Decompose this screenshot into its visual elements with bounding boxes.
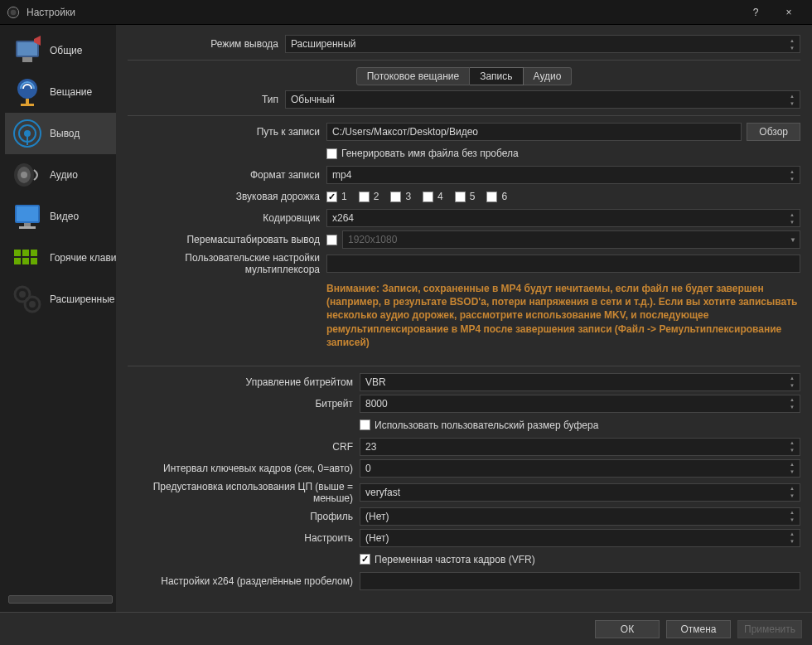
track-6-checkbox[interactable]: 6	[486, 191, 507, 202]
svg-rect-19	[14, 250, 21, 256]
svg-point-26	[19, 291, 26, 298]
general-icon	[10, 33, 45, 68]
crf-label: CRF	[128, 441, 360, 453]
sidebar-item-label: Вывод	[50, 128, 80, 139]
ok-button[interactable]: ОК	[595, 620, 660, 638]
sidebar-scrollbar[interactable]	[8, 595, 113, 604]
svg-point-14	[21, 172, 27, 178]
sidebar-item-general[interactable]: Общие	[5, 30, 116, 71]
rec-path-input[interactable]	[326, 123, 742, 141]
tab-recording[interactable]: Запись	[470, 67, 523, 85]
bitrate-input[interactable]: 8000 ▲▼	[360, 395, 800, 413]
tab-audio[interactable]: Аудио	[524, 67, 573, 85]
svg-rect-20	[22, 250, 29, 256]
apply-button[interactable]: Применить	[737, 620, 802, 638]
output-tabs: Потоковое вещание Запись Аудио	[128, 67, 800, 85]
profile-select[interactable]: (Нет) ▲▼	[360, 507, 800, 526]
dialog-footer: ОК Отмена Применить	[0, 612, 812, 645]
rec-type-label: Тип	[128, 94, 285, 105]
rate-control-label: Управление битрейтом	[128, 376, 360, 388]
video-icon	[10, 199, 45, 234]
preset-select[interactable]: veryfast ▲▼	[360, 483, 800, 502]
rescale-checkbox[interactable]	[326, 235, 337, 245]
sidebar-item-label: Расширенные	[50, 293, 115, 305]
sidebar-item-label: Видео	[50, 211, 79, 222]
svg-rect-24	[31, 258, 37, 264]
help-button[interactable]: ?	[739, 0, 772, 25]
track-2-checkbox[interactable]: 2	[359, 191, 379, 202]
muxer-label: Пользовательские настройки мультиплексор…	[128, 252, 326, 275]
stream-icon	[10, 75, 45, 109]
keyint-label: Интервал ключевых кадров (сек, 0=авто)	[128, 463, 360, 474]
svg-rect-17	[24, 223, 31, 226]
tune-label: Настроить	[128, 532, 360, 544]
svg-rect-21	[31, 250, 37, 256]
crf-input[interactable]: 23 ▲▼	[360, 438, 800, 456]
titlebar: Настройки ? ×	[0, 0, 812, 25]
browse-button[interactable]: Обзор	[747, 123, 800, 141]
sidebar-item-audio[interactable]: Аудио	[5, 154, 116, 196]
track-5-checkbox[interactable]: 5	[455, 191, 476, 202]
tune-select[interactable]: (Нет) ▲▼	[360, 529, 800, 547]
rec-format-label: Формат записи	[128, 169, 326, 181]
svg-rect-18	[19, 226, 36, 229]
sidebar-item-hotkeys[interactable]: Горячие клавиши	[5, 237, 116, 279]
output-mode-select[interactable]: Расширенный ▲▼	[285, 35, 800, 53]
x264opts-label: Настройки x264 (разделённые пробелом)	[128, 575, 360, 587]
profile-label: Профиль	[128, 511, 360, 522]
encoder-label: Кодировщик	[128, 212, 326, 224]
svg-point-1	[11, 9, 17, 15]
sidebar-item-output[interactable]: Вывод	[5, 113, 116, 154]
custom-buffer-checkbox[interactable]: Использовать пользовательский размер буф…	[360, 419, 598, 431]
svg-rect-16	[17, 206, 38, 221]
rec-path-label: Путь к записи	[128, 126, 326, 138]
svg-rect-22	[14, 258, 21, 264]
rate-control-select[interactable]: VBR ▲▼	[360, 373, 800, 391]
rescale-select[interactable]: 1920x1080 ▼	[342, 230, 800, 249]
muxer-input[interactable]	[326, 255, 800, 273]
audio-icon	[10, 158, 45, 192]
mp4-warning: Внимание: Записи, сохраненные в MP4 буду…	[128, 279, 800, 359]
track-3-checkbox[interactable]: 3	[390, 191, 411, 202]
main-content: Режим вывода Расширенный ▲▼ Потоковое ве…	[116, 25, 812, 612]
hotkeys-icon	[10, 240, 45, 275]
advanced-icon	[10, 282, 45, 317]
sidebar-item-label: Аудио	[50, 169, 78, 181]
app-icon	[7, 6, 20, 19]
x264opts-input[interactable]	[360, 572, 800, 590]
sidebar-item-label: Общие	[50, 45, 82, 56]
bitrate-label: Битрейт	[128, 398, 360, 410]
svg-rect-4	[22, 57, 32, 62]
encoder-select[interactable]: x264 ▲▼	[326, 209, 800, 227]
sidebar-item-label: Горячие клавиши	[50, 252, 116, 264]
keyint-input[interactable]: 0 ▲▼	[360, 459, 800, 478]
generate-filename-checkbox[interactable]: Генерировать имя файла без пробела	[326, 148, 519, 159]
output-mode-label: Режим вывода	[128, 38, 285, 50]
sidebar-item-label: Вещание	[50, 86, 92, 98]
cancel-button[interactable]: Отмена	[666, 620, 731, 638]
svg-rect-23	[22, 258, 29, 264]
sidebar-item-video[interactable]: Видео	[5, 196, 116, 237]
track-1-checkbox[interactable]: 1	[326, 191, 347, 202]
sidebar: Общие Вещание Вывод Аудио	[0, 25, 116, 612]
svg-rect-7	[21, 104, 34, 106]
tab-streaming[interactable]: Потоковое вещание	[356, 67, 471, 85]
svg-rect-11	[27, 133, 28, 145]
audio-track-label: Звуковая дорожка	[128, 191, 326, 202]
track-4-checkbox[interactable]: 4	[423, 191, 443, 202]
vfr-checkbox[interactable]: Переменная частота кадров (VFR)	[360, 554, 535, 565]
rec-type-select[interactable]: Обычный ▲▼	[285, 90, 800, 109]
rec-format-select[interactable]: mp4 ▲▼	[326, 166, 800, 184]
sidebar-item-advanced[interactable]: Расширенные	[5, 279, 116, 320]
rescale-label: Перемасштабировать вывод	[128, 234, 326, 245]
svg-rect-3	[17, 42, 37, 56]
close-button[interactable]: ×	[772, 0, 805, 25]
preset-label: Предустановка использования ЦП (выше = м…	[128, 481, 360, 504]
svg-point-28	[29, 301, 36, 308]
output-icon	[10, 116, 45, 151]
window-title: Настройки	[27, 7, 739, 18]
sidebar-item-stream[interactable]: Вещание	[5, 71, 116, 113]
